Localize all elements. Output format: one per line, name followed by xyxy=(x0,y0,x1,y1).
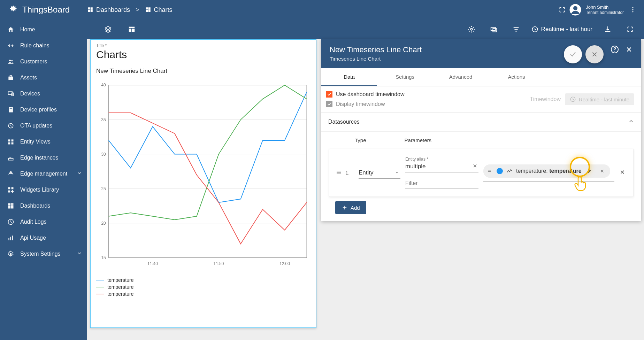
legend-item[interactable]: temperature xyxy=(96,284,310,290)
close-button[interactable] xyxy=(625,46,633,55)
sidebar-item-customers[interactable]: Customers xyxy=(0,54,87,70)
aliases-button[interactable] xyxy=(487,22,501,36)
svg-rect-21 xyxy=(11,190,14,193)
sidebar-item-widgets-library[interactable]: Widgets Library xyxy=(0,182,87,198)
apply-button[interactable] xyxy=(564,45,582,63)
add-datasource-button[interactable]: Add xyxy=(335,201,366,214)
svg-rect-46 xyxy=(109,85,307,258)
legend-item[interactable]: temperature xyxy=(96,291,310,297)
tab-advanced[interactable]: Advanced xyxy=(433,68,489,86)
tab-data[interactable]: Data xyxy=(321,68,377,86)
svg-rect-10 xyxy=(10,108,12,109)
svg-text:25: 25 xyxy=(101,186,106,191)
clear-alias-button[interactable] xyxy=(472,163,478,170)
legend-item[interactable]: temperature xyxy=(96,277,310,283)
datasources-header[interactable]: Datasources xyxy=(321,113,641,132)
timewindow-chip[interactable]: Realtime - last minute xyxy=(565,93,634,105)
sidebar-item-label: Entity Views xyxy=(20,139,51,145)
color-dot-icon[interactable] xyxy=(497,168,503,174)
rule-chains-icon xyxy=(7,42,15,49)
row-index: 1. xyxy=(345,170,350,176)
fullscreen-button[interactable] xyxy=(555,3,569,17)
cancel-button[interactable] xyxy=(585,45,604,63)
panel-subtitle: Timeseries Line Chart xyxy=(330,56,422,62)
edit-chip-button[interactable] xyxy=(585,167,594,176)
timewindow-button[interactable]: Realtime - last hour xyxy=(531,26,592,33)
filter-input[interactable] xyxy=(405,179,478,189)
datakey-chip[interactable]: = temperature: temperature xyxy=(483,164,610,178)
svg-text:20: 20 xyxy=(101,221,106,226)
sidebar-item-ota-updates[interactable]: OTA updates xyxy=(0,118,87,134)
timeseries-icon xyxy=(506,168,513,174)
sidebar-item-label: Audit Logs xyxy=(20,219,47,225)
dashboard-title: Charts xyxy=(96,49,310,61)
svg-rect-20 xyxy=(8,191,10,193)
datasources-label: Datasources xyxy=(328,119,360,125)
edge-management-icon xyxy=(7,170,15,178)
line-chart: 15202530354011:4011:5012:00 xyxy=(96,77,310,272)
fullscreen-widget-button[interactable] xyxy=(623,22,637,36)
device-profiles-icon xyxy=(7,106,15,114)
svg-rect-23 xyxy=(8,238,9,240)
checkbox-checked-icon xyxy=(326,101,332,107)
svg-rect-28 xyxy=(129,29,131,32)
tab-actions[interactable]: Actions xyxy=(489,68,544,86)
brand[interactable]: ThingsBoard xyxy=(0,4,87,15)
sidebar-item-api-usage[interactable]: Api Usage xyxy=(0,230,87,246)
chart-legend: temperaturetemperaturetemperature xyxy=(96,277,310,297)
plus-icon xyxy=(342,204,348,211)
sidebar-item-assets[interactable]: Assets xyxy=(0,70,87,86)
display-timewindow-checkbox[interactable]: Display timewindow xyxy=(326,101,405,107)
sidebar-item-entity-views[interactable]: Entity Views xyxy=(0,134,87,150)
layout-button[interactable] xyxy=(125,22,139,36)
sidebar-item-system-settings[interactable]: System Settings xyxy=(0,246,87,262)
sidebar-item-edge-instances[interactable]: Edge instances xyxy=(0,150,87,166)
sidebar-item-device-profiles[interactable]: Device profiles xyxy=(0,102,87,118)
datakey-area[interactable]: = temperature: temperature xyxy=(483,164,614,181)
more-button[interactable] xyxy=(626,3,640,17)
drag-handle-icon[interactable] xyxy=(336,169,342,177)
filter-button[interactable] xyxy=(509,22,523,36)
sidebar-item-edge-management[interactable]: Edge management xyxy=(0,166,87,182)
remove-row-button[interactable] xyxy=(619,169,626,177)
sidebar-item-dashboards[interactable]: Dashboards xyxy=(0,198,87,214)
breadcrumb: Dashboards > Charts xyxy=(87,6,172,14)
layers-button[interactable] xyxy=(101,22,115,36)
user-block[interactable]: John Smith Tenant administrator xyxy=(569,3,626,16)
svg-rect-18 xyxy=(8,187,10,190)
help-button[interactable] xyxy=(611,45,619,55)
sidebar-item-audit-logs[interactable]: Audit Logs xyxy=(0,214,87,230)
gear-button[interactable] xyxy=(465,22,478,36)
breadcrumb-root[interactable]: Dashboards xyxy=(87,6,130,14)
svg-point-2 xyxy=(632,7,633,8)
export-button[interactable] xyxy=(601,22,615,36)
sidebar-item-devices[interactable]: Devices xyxy=(0,86,87,102)
chevron-up-icon xyxy=(628,118,634,126)
title-label: Title * xyxy=(96,43,310,48)
use-dashboard-tw-label: Use dashboard timewindow xyxy=(336,91,405,98)
legend-label: temperature xyxy=(107,291,133,297)
svg-rect-53 xyxy=(337,171,341,171)
legend-line-icon xyxy=(96,294,104,294)
entity-alias-input[interactable] xyxy=(405,162,478,172)
sidebar: Home Rule chains Customers Assets Device… xyxy=(0,20,87,340)
chart-widget[interactable]: Title * Charts New Timeseries Line Chart… xyxy=(90,39,316,328)
type-select[interactable]: Entity xyxy=(359,167,400,179)
dropdown-icon xyxy=(395,171,399,175)
sidebar-item-label: Rule chains xyxy=(20,42,49,49)
drag-icon[interactable]: = xyxy=(486,168,493,175)
tab-settings[interactable]: Settings xyxy=(377,68,433,86)
chart-area: 15202530354011:4011:5012:00 xyxy=(96,77,310,272)
sidebar-item-label: Widgets Library xyxy=(20,187,59,193)
display-tw-label: Display timewindow xyxy=(336,101,385,107)
panel-title: New Timeseries Line Chart xyxy=(330,45,422,54)
sidebar-item-home[interactable]: Home xyxy=(0,22,87,38)
svg-point-1 xyxy=(573,6,577,10)
remove-chip-button[interactable] xyxy=(598,167,607,176)
sidebar-item-rule-chains[interactable]: Rule chains xyxy=(0,38,87,54)
clock-icon xyxy=(531,26,538,33)
svg-rect-15 xyxy=(12,142,14,145)
breadcrumb-current[interactable]: Charts xyxy=(145,6,172,14)
svg-rect-16 xyxy=(8,159,13,160)
use-dashboard-timewindow-checkbox[interactable]: Use dashboard timewindow xyxy=(326,91,405,98)
